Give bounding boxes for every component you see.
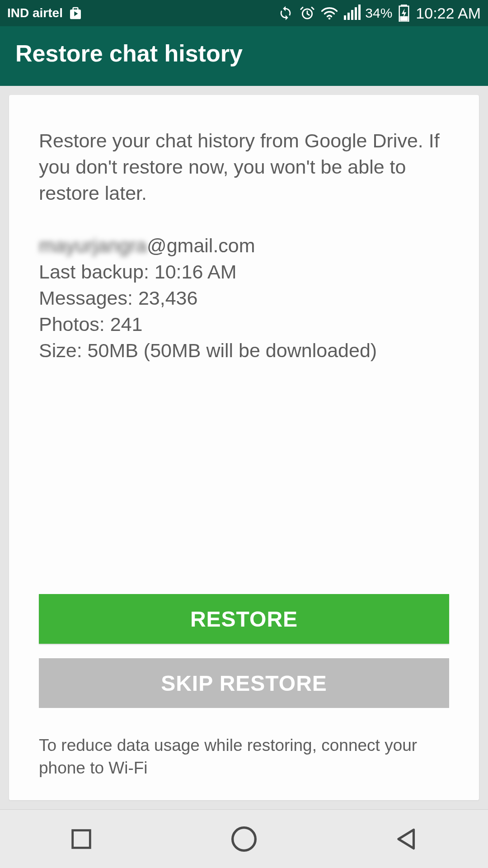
square-icon [68,826,94,852]
size-label: Size: [39,340,82,361]
last-backup-label: Last backup: [39,261,149,283]
size-line: Size: 50MB (50MB will be downloaded) [39,337,449,363]
svg-point-6 [233,827,256,850]
button-group: RESTORE SKIP RESTORE To reduce data usag… [39,594,449,779]
photos-value: 241 [110,313,143,335]
photos-line: Photos: 241 [39,311,449,337]
messages-value: 23,436 [138,287,198,309]
content-area: Restore your chat history from Google Dr… [0,86,488,809]
status-left: IND airtel [7,6,83,20]
restore-button[interactable]: RESTORE [39,594,449,644]
email-redacted: mayurjangra [39,232,147,259]
status-bar: IND airtel [0,0,488,26]
intro-text: Restore your chat history from Google Dr… [39,127,449,206]
back-button[interactable] [389,821,425,857]
play-store-icon [68,6,83,20]
restore-card: Restore your chat history from Google Dr… [9,95,479,800]
photos-label: Photos: [39,313,105,335]
svg-rect-5 [73,830,90,848]
back-triangle-icon [393,825,421,853]
email-domain: @gmail.com [147,235,255,256]
skip-restore-button[interactable]: SKIP RESTORE [39,658,449,708]
battery-charging-icon [399,5,409,22]
cell-signal-icon [344,6,361,20]
status-right: 34% 10:22 AM [278,5,481,22]
alarm-icon [300,5,315,21]
last-backup-value: 10:16 AM [155,261,237,283]
app-bar: Restore chat history [0,26,488,86]
circle-icon [230,825,258,854]
recents-button[interactable] [63,821,99,857]
svg-point-1 [328,18,331,20]
home-button[interactable] [226,821,262,857]
sync-icon [278,5,293,21]
carrier-label: IND airtel [7,6,63,20]
footer-note: To reduce data usage while restoring, co… [39,734,449,779]
messages-label: Messages: [39,287,133,309]
svg-rect-4 [400,16,408,21]
size-value: 50MB (50MB will be downloaded) [88,340,377,361]
battery-percent: 34% [365,5,392,21]
email-line: mayurjangra@gmail.com [39,232,449,259]
last-backup-line: Last backup: 10:16 AM [39,259,449,285]
messages-line: Messages: 23,436 [39,285,449,311]
clock-time: 10:22 AM [416,5,481,22]
wifi-icon [321,6,338,20]
page-title: Restore chat history [15,40,473,67]
backup-details: mayurjangra@gmail.com Last backup: 10:16… [39,232,449,363]
nav-bar [0,809,488,868]
